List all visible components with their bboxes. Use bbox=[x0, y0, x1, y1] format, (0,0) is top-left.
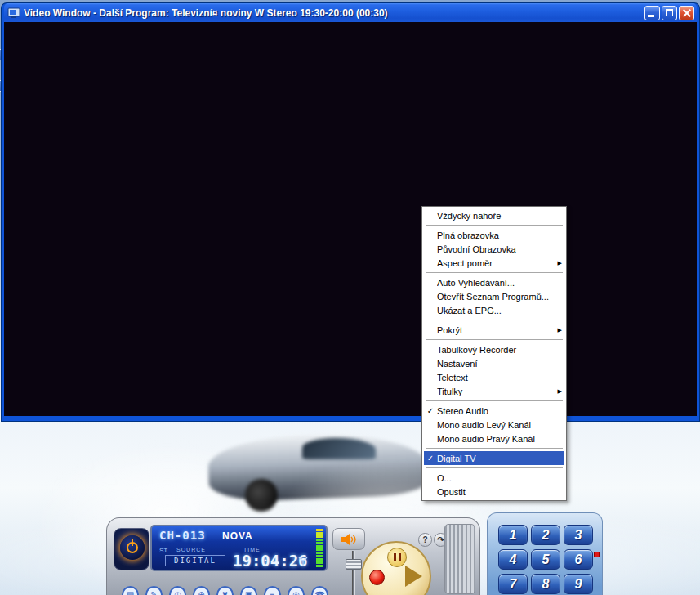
list-mini-button[interactable]: ▤ bbox=[122, 586, 139, 595]
mute-button[interactable] bbox=[332, 528, 365, 550]
disc-mini-button[interactable]: ◎ bbox=[288, 586, 305, 595]
menu-item-open-program-list[interactable]: Otevřít Seznam Programů... bbox=[424, 289, 564, 303]
maximize-button[interactable] bbox=[662, 6, 677, 20]
menu-item-cover[interactable]: Pokrýt▶ bbox=[424, 323, 564, 337]
signal-meter bbox=[316, 529, 323, 567]
menu-separator bbox=[426, 400, 563, 401]
power-panel bbox=[114, 528, 149, 570]
menu-item-label: Nastavení bbox=[437, 359, 555, 369]
pause-icon bbox=[399, 553, 401, 561]
menu-item-mono-audio-right[interactable]: Mono audio Pravý Kanál bbox=[424, 432, 564, 445]
clock-mini-button[interactable]: ◷ bbox=[169, 586, 186, 595]
pause-button[interactable] bbox=[387, 548, 407, 567]
menu-item-label: Vždycky nahoře bbox=[437, 211, 555, 221]
title-bar[interactable]: Video Window - Další Program: Televizní¤… bbox=[4, 3, 697, 22]
keypad-key-5[interactable]: 5 bbox=[531, 549, 560, 570]
menu-item-digital-tv[interactable]: ✓Digital TV bbox=[424, 451, 564, 465]
checkmark-icon: ✓ bbox=[424, 406, 437, 415]
record-indicator bbox=[594, 552, 600, 557]
video-window: Video Window - Další Program: Televizní¤… bbox=[2, 3, 699, 421]
channel-number: CH-013 bbox=[159, 529, 206, 542]
menu-item-label: Digital TV bbox=[437, 454, 555, 463]
menu-mini-button[interactable]: ≡ bbox=[264, 586, 281, 595]
minimize-icon bbox=[648, 15, 654, 17]
volume-slider-knob[interactable] bbox=[346, 559, 362, 570]
menu-item-exit[interactable]: Opustit bbox=[424, 485, 564, 499]
signal-bar bbox=[316, 565, 323, 567]
power-button[interactable] bbox=[120, 535, 145, 560]
keypad-key-9[interactable]: 9 bbox=[564, 574, 593, 594]
target-mini-button[interactable]: ⊕ bbox=[193, 586, 210, 595]
signal-bar bbox=[316, 542, 323, 544]
menu-item-auto-search[interactable]: Auto Vyhledávání... bbox=[424, 275, 564, 289]
remote-bottom-button-row: ▤✎◷⊕✖▣≡◎☎ bbox=[122, 586, 328, 595]
phone-mini-button[interactable]: ☎ bbox=[311, 586, 328, 595]
speaker-grille bbox=[444, 524, 475, 594]
help-button[interactable]: ? bbox=[418, 533, 432, 547]
menu-item-always-on-top[interactable]: Vždycky nahoře bbox=[424, 208, 564, 222]
pencil-icon: ✎ bbox=[150, 590, 157, 595]
screen-icon: ▣ bbox=[245, 590, 252, 595]
screen-mini-button[interactable]: ▣ bbox=[240, 586, 257, 595]
record-button[interactable] bbox=[369, 570, 385, 585]
menu-item-about[interactable]: O... bbox=[424, 471, 564, 485]
menu-item-show-epg[interactable]: Ukázat a EPG... bbox=[424, 303, 564, 317]
menu-separator bbox=[426, 468, 563, 468]
window-title: Video Window - Další Program: Televizní¤… bbox=[24, 7, 643, 19]
keypad-key-7[interactable]: 7 bbox=[498, 574, 528, 594]
menu-item-label: Auto Vyhledávání... bbox=[437, 278, 555, 288]
menu-item-original-screen[interactable]: Původní Obrazovka bbox=[424, 242, 564, 256]
keypad-key-3[interactable]: 3 bbox=[564, 525, 593, 545]
menu-item-full-screen[interactable]: Plná obrazovka bbox=[424, 228, 564, 242]
menu-item-stereo-audio[interactable]: ✓Stereo Audio bbox=[424, 404, 564, 418]
signal-bar bbox=[316, 545, 323, 548]
antenna-icon bbox=[298, 557, 308, 567]
source-value: DIGITAL bbox=[165, 555, 225, 566]
menu-separator bbox=[426, 225, 563, 226]
source-label: SOURCE bbox=[176, 547, 206, 552]
clock-value: 19:04:26 bbox=[233, 552, 308, 570]
signal-bar bbox=[316, 539, 323, 541]
menu-separator bbox=[426, 320, 563, 320]
menu-item-label: Tabulkový Recorder bbox=[437, 345, 555, 355]
play-button[interactable] bbox=[405, 566, 422, 587]
phone-icon: ☎ bbox=[314, 590, 324, 595]
signal-bar bbox=[316, 561, 323, 564]
target-icon: ⊕ bbox=[198, 590, 204, 595]
close-button[interactable] bbox=[679, 6, 694, 20]
menu-item-label: Pokrýt bbox=[437, 325, 555, 335]
menu-item-mono-audio-left[interactable]: Mono audio Levý Kanál bbox=[424, 418, 564, 432]
volume-slider-track[interactable] bbox=[352, 551, 355, 595]
menu-item-aspect-ratio[interactable]: Aspect poměr▶ bbox=[424, 256, 564, 270]
menu-item-label: Mono audio Levý Kanál bbox=[437, 420, 555, 430]
signal-bar bbox=[316, 555, 323, 557]
menu-item-table-recorder[interactable]: Tabulkový Recorder bbox=[424, 342, 564, 356]
stereo-indicator: ST bbox=[159, 547, 167, 554]
pause-icon bbox=[394, 553, 396, 561]
remote-control-panel: CH-013 NOVA ST SOURCE DIGITAL TIME 19:04… bbox=[106, 517, 480, 595]
menu-item-label: O... bbox=[437, 473, 555, 483]
signal-bar bbox=[316, 552, 323, 554]
menu-item-subtitles[interactable]: Titulky▶ bbox=[424, 384, 564, 398]
menu-icon: ≡ bbox=[270, 590, 275, 595]
menu-item-label: Ukázat a EPG... bbox=[437, 306, 555, 315]
wallpaper-car-windshield bbox=[302, 438, 376, 459]
keypad-key-4[interactable]: 4 bbox=[498, 549, 528, 570]
keypad-key-1[interactable]: 1 bbox=[498, 525, 528, 545]
list-icon: ▤ bbox=[127, 590, 134, 595]
menu-item-label: Plná obrazovka bbox=[437, 230, 555, 240]
keypad-key-8[interactable]: 8 bbox=[531, 574, 560, 594]
menu-item-settings[interactable]: Nastavení bbox=[424, 356, 564, 370]
menu-item-teletext[interactable]: Teletext bbox=[424, 370, 564, 384]
menu-item-label: Opustit bbox=[437, 487, 555, 497]
signal-bar bbox=[316, 535, 323, 538]
submenu-arrow-icon: ▶ bbox=[555, 327, 564, 333]
video-display-area[interactable] bbox=[4, 22, 697, 416]
disc-icon: ◎ bbox=[292, 590, 300, 595]
keypad-key-6[interactable]: 6 bbox=[564, 549, 593, 570]
channel-name: NOVA bbox=[222, 530, 253, 542]
close-mini-button[interactable]: ✖ bbox=[216, 586, 234, 595]
keypad-key-2[interactable]: 2 bbox=[531, 525, 560, 545]
pencil-mini-button[interactable]: ✎ bbox=[145, 586, 163, 595]
minimize-button[interactable] bbox=[644, 6, 660, 20]
